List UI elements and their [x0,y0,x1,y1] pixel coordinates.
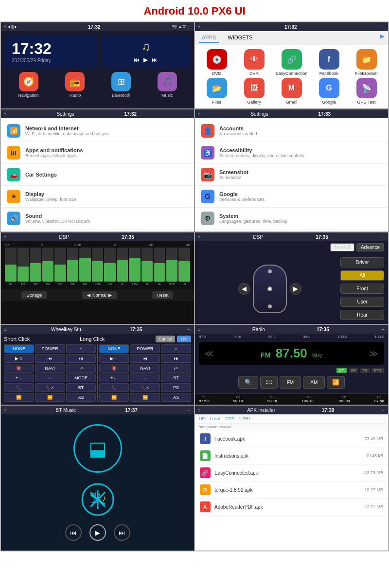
back-icon-s2[interactable]: ← [381,111,385,116]
radio-app-icon[interactable]: 📻 Radio [65,72,85,98]
radio-am-btn[interactable]: AM [303,376,325,389]
sc-vold[interactable]: ← [35,374,65,382]
eq-bar-11[interactable] [129,248,141,282]
apk-tab-up[interactable]: UP [199,416,205,421]
preset-p4[interactable]: P4 106.10 [301,395,313,403]
eq-bar-15[interactable] [178,248,190,282]
back-icon-radio[interactable]: ← [381,327,385,332]
apk-item-adobe[interactable]: A AdobeReaderPDF.apk 12.71 MB [195,499,388,516]
radio-presets-btn[interactable]: ⠿⠿ [260,376,278,389]
lc-navi[interactable]: NAVI [130,364,160,373]
all-btn[interactable]: All [340,270,384,281]
settings-item-google[interactable]: G Google Services & preferences [195,186,388,208]
bt-next-btn[interactable]: ⏭ [114,524,130,541]
lc-vold[interactable]: ← [130,374,160,382]
nav-app-icon[interactable]: 🧭 Navigation [18,72,39,98]
settings-item-screenshot[interactable]: 📷 Screenshot Screenshot [195,164,388,186]
app-gmail[interactable]: M Gmail [274,78,309,105]
car-left-btn[interactable]: ◀ [238,283,250,295]
eq-bar-4[interactable] [42,248,54,282]
sc-mode[interactable]: MODE [66,374,96,382]
lc-call[interactable]: 📞 [99,383,129,392]
eq-bar-14[interactable] [166,248,178,282]
back-icon-dsp1[interactable]: ← [187,234,191,239]
back-icon-bt[interactable]: ← [187,408,191,412]
settings-item-network[interactable]: 📶 Network and Internet Wi-Fi, data mobil… [1,120,194,142]
lc-none[interactable]: NONE [99,344,129,353]
sc-as[interactable]: AS [66,393,96,402]
lc-endcall[interactable]: 📞× [130,383,160,392]
lc-mute[interactable]: 🔇 [99,364,129,373]
settings-item-accounts[interactable]: 👤 Accounts No accounts added [195,120,388,142]
radio-fm-btn[interactable]: FM [280,376,301,389]
back-icon-dsp2[interactable]: ← [381,234,385,239]
app-filebrowser[interactable]: 📁 FileBrowser [349,49,384,76]
eq-bar-8[interactable] [92,248,104,282]
app-easyconn[interactable]: 🔗 EasyConnection [274,49,309,76]
sc-none[interactable]: NONE [4,344,34,353]
dsp-advance-tab[interactable]: Advance [356,243,384,251]
preset-p2[interactable]: P2 90.10 [233,395,243,403]
app-gpstest[interactable]: 📡 GPS Test [349,78,384,105]
lc-playpause[interactable]: ▶⏸ [99,354,129,363]
tab-widgets[interactable]: WIDGETS [225,33,255,43]
sc-mute[interactable]: 🔇 [4,364,34,373]
sc-playpause[interactable]: ▶⏸ [4,354,34,363]
user-btn[interactable]: User [340,297,384,307]
sc-call[interactable]: 📞 [4,383,34,392]
sc-endcall[interactable]: 📞× [35,383,65,392]
sc-volu[interactable]: +← [4,374,34,382]
radio-search-btn[interactable]: 🔍 [238,376,258,389]
settings-item-sound[interactable]: 🔊 Sound Volume, vibration, Do Not Distur… [1,208,194,230]
lc-as[interactable]: AS [161,393,191,402]
normal-btn[interactable]: ◀ Normal ▶ [82,291,117,299]
apk-item-facebook[interactable]: f Facebook.apk 73.49 MB [195,430,388,447]
app-gallery[interactable]: 🖼 Gallery [236,78,272,105]
preset-p1[interactable]: P1 87.50 [199,395,209,403]
rear-btn[interactable]: Rear [340,310,384,320]
bt-app-icon[interactable]: ⊞ Bluetooth [111,72,131,98]
sc-ff[interactable]: ⏩ [4,393,34,402]
settings-item-accessibility[interactable]: ♿ Accessibility Screen readers, display,… [195,142,388,164]
app-google[interactable]: G Google [311,78,347,105]
settings-item-apps[interactable]: ⊞ Apps and notifications Recent apps, de… [1,142,194,164]
settings-item-system[interactable]: ⚙ System Languages, gestures, time, back… [195,208,388,230]
eq-bar-5[interactable] [54,248,66,282]
app-facebook[interactable]: f Facebook [311,49,347,76]
lc-ff[interactable]: ⏩ [99,393,129,402]
car-right-btn[interactable]: ▶ [290,283,301,295]
front-btn[interactable]: Front [340,284,384,294]
app-dvr[interactable]: 👁 DVR [236,49,272,76]
wheel-cancel-btn[interactable]: Cancel [156,336,175,342]
radio-ff-btn[interactable]: ≫ [369,348,378,359]
settings-item-car[interactable]: 🚗 Car Settings [1,164,194,186]
lc-power[interactable]: POWER [130,344,160,353]
lc-swap[interactable]: ⇄ [161,364,191,373]
bt-play-btn[interactable]: ▶ [89,524,106,541]
menu-icon[interactable]: ⋮ [187,24,191,29]
expand-icon[interactable]: ▶ [380,33,384,43]
eq-bar-10[interactable] [117,248,128,282]
eq-bar-12[interactable] [141,248,153,282]
bt-prev-btn[interactable]: ⏮ [65,524,82,541]
apk-item-instructions[interactable]: 📄 Instructions.apk 19.45 kB [195,447,388,464]
eq-bar-2[interactable] [18,248,29,282]
eq-bar-3[interactable] [30,248,41,282]
apk-tab-usb1[interactable]: USB1 [239,416,251,421]
eq-bar-13[interactable] [154,248,165,282]
home-music-widget[interactable]: ♫ ⏮ ▶ ⏭ [102,35,191,68]
apk-tab-gps[interactable]: GPS [225,416,234,421]
sc-swap[interactable]: ⇄ [66,364,96,373]
lc-home[interactable]: ⌂ [161,344,191,353]
sc-power[interactable]: POWER [35,344,65,353]
lc-next[interactable]: ⏭ [161,354,191,363]
preset-p3[interactable]: P3 98.10 [267,395,277,403]
sc-navi[interactable]: NAVI [35,364,65,373]
lc-prev[interactable]: ⏮ [130,354,160,363]
sc-bt[interactable]: BT [66,383,96,392]
eq-bar-6[interactable] [67,248,79,282]
more-icon-apps[interactable]: ⋮ [381,24,385,29]
lc-bt[interactable]: BT [161,374,191,382]
apk-tab-local[interactable]: Local [210,416,221,421]
reset-btn[interactable]: Reset [152,291,174,299]
